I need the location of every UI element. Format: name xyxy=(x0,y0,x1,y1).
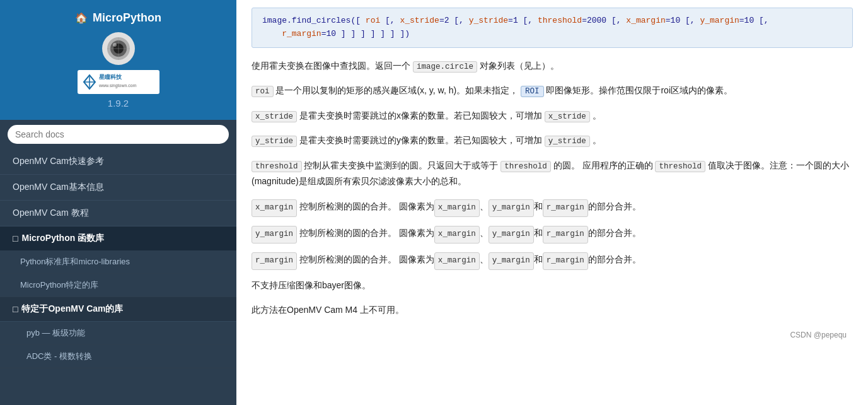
singtown-logo-svg: 星瞳科技 www.singtown.com xyxy=(78,70,159,94)
para-ymargin: y_margin 控制所检测的圆的合并。 圆像素为 x_margin 、 y_m… xyxy=(252,225,853,244)
para-not-available: 此方法在OpenMV Cam M4 上不可用。 xyxy=(252,302,853,318)
x-margin-text2: 和 xyxy=(534,198,543,215)
x-stride-code2: x_stride xyxy=(545,111,590,122)
sidebar-item-adc[interactable]: ADC类 - 模数转换 xyxy=(0,345,236,368)
search-box-container xyxy=(0,120,236,149)
r-margin-sep1: 、 xyxy=(480,251,489,268)
para-no-compress: 不支持压缩图像和bayer图像。 xyxy=(252,278,853,293)
para3-end: 。 xyxy=(593,110,601,120)
section-collapse-icon2: □ xyxy=(13,304,18,314)
r-margin-code1: r_margin xyxy=(543,199,588,217)
svg-text:星瞳科技: 星瞳科技 xyxy=(98,73,122,80)
home-icon: 🏠 xyxy=(75,12,88,24)
para-roi: roi 是一个用以复制的矩形的感兴趣区域(x, y, w, h)。如果未指定， … xyxy=(252,83,853,99)
para4-text: 是霍夫变换时需要跳过的y像素的数量。若已知圆较大，可增加 xyxy=(299,135,545,145)
sidebar-section-micropython: □ MicroPython 函数库 xyxy=(0,226,236,250)
version-label: 1.9.2 xyxy=(6,98,230,109)
sidebar-item-stdlib[interactable]: Python标准库和micro-libraries xyxy=(0,250,236,274)
y-margin-text3: 的部分合并。 xyxy=(588,225,641,242)
code-text-line2: r_margin=10 ] ] ] ] ] ] ]) xyxy=(262,29,410,38)
y-stride-code2: y_stride xyxy=(545,136,590,147)
para1-text: 使用霍夫变换在图像中查找圆。返回一个 xyxy=(252,61,413,71)
y-margin-sep1: 、 xyxy=(480,225,489,242)
section-collapse-icon: □ xyxy=(13,233,18,244)
sidebar: 🏠 MicroPython xyxy=(0,0,236,405)
sidebar-item-tutorial[interactable]: OpenMV Cam 教程 xyxy=(0,201,236,226)
r-margin-para-code: r_margin xyxy=(252,252,297,270)
r-margin-text3: 的部分合并。 xyxy=(588,251,641,268)
sidebar-title: 🏠 MicroPython xyxy=(6,11,230,25)
r-margin-text2: 和 xyxy=(534,251,543,268)
sidebar-nav: OpenMV Cam快速参考 OpenMV Cam基本信息 OpenMV Cam… xyxy=(0,149,236,405)
sidebar-item-micropython-lib[interactable]: MicroPython特定的库 xyxy=(0,274,236,297)
sidebar-title-text: MicroPython xyxy=(93,11,161,25)
y-margin-code1: y_margin xyxy=(489,199,534,217)
y-margin-rm-code: r_margin xyxy=(543,226,588,244)
y-margin-text2: 和 xyxy=(534,225,543,242)
code-text: image.find_circles([ roi [, x_stride=2 [… xyxy=(262,16,769,25)
para3-text: 是霍夫变换时需要跳过的x像素的数量。若已知圆较大，可增加 xyxy=(299,110,545,120)
x-margin-sep1: 、 xyxy=(480,198,489,215)
sidebar-section-openmv: □ 特定于OpenMV Cam的库 xyxy=(0,297,236,322)
threshold-code2: threshold xyxy=(501,161,551,172)
r-margin-rm-code: r_margin xyxy=(543,252,588,270)
para-ystride: y_stride 是霍夫变换时需要跳过的y像素的数量。若已知圆较大，可增加 y_… xyxy=(252,132,853,149)
y-stride-code: y_stride xyxy=(252,136,297,147)
roi-code: roi xyxy=(252,86,274,97)
para2-text: 是一个用以复制的矩形的感兴趣区域(x, y, w, h)。如果未指定， xyxy=(275,85,521,95)
sidebar-item-basicinfo[interactable]: OpenMV Cam基本信息 xyxy=(0,175,236,201)
para-rmargin: r_margin 控制所检测的圆的合并。 圆像素为 x_margin 、 y_m… xyxy=(252,251,853,270)
x-margin-code: x_margin xyxy=(252,199,297,217)
para2-text2: 即图像矩形。操作范围仅限于roi区域内的像素。 xyxy=(546,85,732,95)
para-xstride: x_stride 是霍夫变换时需要跳过的x像素的数量。若已知圆较大，可增加 x_… xyxy=(252,108,853,124)
sidebar-item-pyb[interactable]: pyb — 板级功能 xyxy=(0,322,236,345)
r-margin-xm-code: x_margin xyxy=(434,252,480,270)
para-threshold: threshold 控制从霍夫变换中监测到的圆。只返回大于或等于 thresho… xyxy=(252,158,853,190)
para1-end: 对象列表（见上）。 xyxy=(480,61,559,71)
image-circle-code: image.circle xyxy=(413,61,477,73)
content-area: image.find_circles([ roi [, x_stride=2 [… xyxy=(236,0,868,352)
main-content: image.find_circles([ roi [, x_stride=2 [… xyxy=(236,0,868,405)
x-margin-text1: 控制所检测的圆的合并。 圆像素为 xyxy=(297,198,434,215)
x-stride-code: x_stride xyxy=(252,111,297,122)
y-margin-ym-code: y_margin xyxy=(489,226,534,244)
openmv-logo xyxy=(6,31,230,66)
x-margin-text3: 的部分合并。 xyxy=(588,198,641,215)
section-label-micropython: MicroPython 函数库 xyxy=(21,233,104,244)
para4-end: 。 xyxy=(593,135,601,145)
threshold-code3: threshold xyxy=(655,161,705,172)
svg-text:www.singtown.com: www.singtown.com xyxy=(98,83,137,88)
svg-point-4 xyxy=(113,43,117,47)
para-intro: 使用霍夫变换在图像中查找圆。返回一个 image.circle 对象列表（见上）… xyxy=(252,58,853,74)
para-xmargin: x_margin 控制所检测的圆的合并。 圆像素为 x_margin 、 y_m… xyxy=(252,198,853,217)
y-margin-xm-code: x_margin xyxy=(434,226,480,244)
ROI-code: ROI xyxy=(521,86,544,97)
r-margin-ym-code: y_margin xyxy=(489,252,534,270)
footer-credit: CSDN @pepequ xyxy=(252,331,853,339)
para5-text: 控制从霍夫变换中监测到的圆。只返回大于或等于 xyxy=(304,160,501,170)
y-margin-para-code: y_margin xyxy=(252,226,297,244)
singtown-logo-container: 星瞳科技 www.singtown.com xyxy=(6,70,230,94)
r-margin-text1: 控制所检测的圆的合并。 圆像素为 xyxy=(297,251,434,268)
y-margin-text1: 控制所检测的圆的合并。 圆像素为 xyxy=(297,225,434,242)
section-label-openmv: 特定于OpenMV Cam的库 xyxy=(21,303,123,315)
sidebar-header: 🏠 MicroPython xyxy=(0,0,236,120)
search-input[interactable] xyxy=(8,125,229,144)
sidebar-item-quickref[interactable]: OpenMV Cam快速参考 xyxy=(0,149,236,175)
code-signature-block: image.find_circles([ roi [, x_stride=2 [… xyxy=(252,8,853,48)
openmv-logo-svg xyxy=(101,31,136,66)
x-margin-code2: x_margin xyxy=(434,199,480,217)
threshold-code: threshold xyxy=(252,161,302,172)
para5-text2: 的圆。 应用程序的正确的 xyxy=(553,160,656,170)
